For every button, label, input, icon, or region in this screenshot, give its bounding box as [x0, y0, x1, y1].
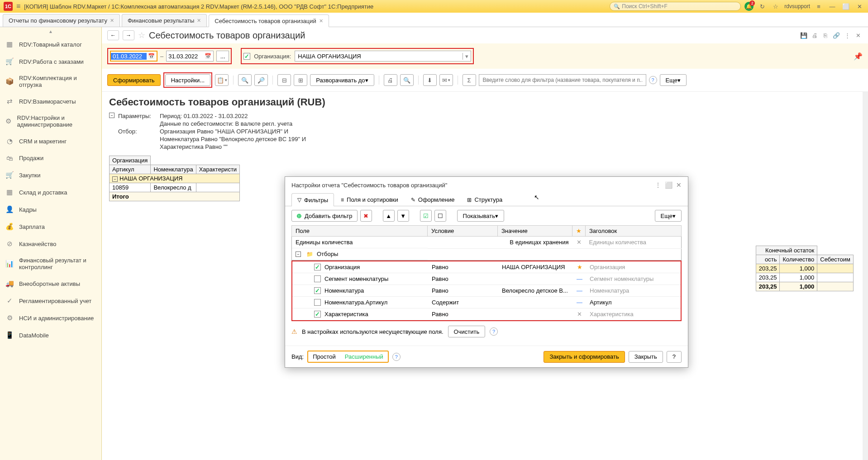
filter-checkbox[interactable] — [314, 275, 321, 282]
sidebar-item[interactable]: 🛍Продажи — [0, 150, 101, 166]
more-button[interactable]: Еще ▾ — [660, 74, 687, 86]
view-help-button[interactable]: ? — [392, 353, 401, 361]
tab-close-icon[interactable]: ✕ — [319, 18, 323, 24]
collapse-toggle[interactable]: − — [109, 113, 114, 118]
global-search[interactable]: Поиск Ctrl+Shift+F — [610, 2, 741, 11]
sidebar-item[interactable]: 🚚Внеоборотные активы — [0, 275, 101, 292]
dialog-maximize-icon[interactable]: ⬜ — [665, 181, 672, 189]
delete-filter-button[interactable]: ✖ — [360, 210, 372, 222]
sidebar-item[interactable]: ▦RDV:Товарный каталог — [0, 36, 101, 53]
expand-button[interactable]: ⊞ — [294, 74, 307, 86]
tab[interactable]: Себестоимость товаров организаций✕ — [209, 14, 329, 27]
tab-close-icon[interactable]: ✕ — [110, 18, 114, 24]
form-button[interactable]: Сформировать — [107, 74, 161, 86]
close-page-icon[interactable]: ✕ — [854, 31, 863, 40]
more-icon[interactable]: ⋮ — [843, 31, 852, 40]
period-picker-button[interactable]: ... — [216, 51, 229, 62]
save-icon[interactable]: 💾 — [799, 31, 808, 40]
find-next-button[interactable]: 🔎 — [254, 74, 268, 86]
sidebar-item[interactable]: ⊘Казначейство — [0, 235, 101, 252]
export-icon[interactable]: ⎘ — [821, 31, 830, 40]
favorite-star-icon[interactable]: ☆ — [138, 30, 145, 40]
check-all-button[interactable]: ☑ — [420, 210, 432, 222]
filter-input[interactable] — [479, 74, 646, 86]
tab[interactable]: Отчеты по финансовому результату✕ — [3, 14, 120, 27]
sum-button[interactable]: Σ — [463, 74, 476, 86]
star-icon[interactable]: ☆ — [771, 1, 781, 11]
filter-checkbox[interactable] — [314, 299, 321, 306]
sidebar-item[interactable]: 💰Зарплата — [0, 218, 101, 235]
clear-button[interactable]: Очистить — [448, 326, 486, 337]
dialog-menu-icon[interactable]: ⋮ — [655, 181, 661, 189]
dialog-help-button[interactable]: ? — [667, 351, 682, 363]
pin-icon[interactable]: 📌 — [854, 52, 863, 61]
maximize-icon[interactable]: ⬜ — [841, 1, 851, 11]
find-button[interactable]: 🔍 — [238, 74, 252, 86]
add-filter-button[interactable]: ⊕Добавить фильтр — [291, 210, 358, 222]
close-icon[interactable]: ✕ — [854, 1, 864, 11]
minimize-icon[interactable]: — — [827, 1, 837, 11]
view-toggle[interactable]: Простой Расширенный — [307, 351, 389, 363]
print-button[interactable]: 🖨 — [384, 74, 397, 86]
sidebar-item[interactable]: ✓Регламентированный учет — [0, 292, 101, 309]
history-icon[interactable]: ↻ — [757, 1, 767, 11]
filter-row[interactable]: Номенклатура Равно Велокресло детское B.… — [292, 285, 681, 297]
calendar-icon[interactable]: 📅 — [148, 53, 155, 59]
filter-row[interactable]: Сегмент номенклатуры Равно — Сегмент ном… — [292, 273, 681, 285]
sidebar-item[interactable]: 📦RDV:Комплектация и отгрузка — [0, 70, 101, 93]
dialog-more-button[interactable]: Еще ▾ — [655, 210, 682, 222]
dialog-close-icon[interactable]: ✕ — [676, 181, 682, 189]
dialog-tab[interactable]: ⊞Структура — [461, 193, 508, 206]
sidebar-item[interactable]: ⇄RDV:Взаиморасчеты — [0, 93, 101, 110]
date-to-input[interactable]: 📅 — [166, 51, 214, 62]
warn-help-button[interactable]: ? — [490, 327, 498, 336]
sidebar-item[interactable]: 📱DataMobile — [0, 327, 101, 344]
calendar-icon[interactable]: 📅 — [205, 53, 211, 59]
mail-button[interactable]: ✉ — [439, 74, 453, 86]
dialog-tab[interactable]: ✎Оформление — [405, 193, 461, 206]
filter-row[interactable]: Характеристика Равно ✕ Характеристика — [292, 308, 681, 320]
expand-to-button[interactable]: Разворачивать до ▾ — [310, 74, 374, 86]
tab[interactable]: Финансовые результаты✕ — [122, 14, 207, 27]
download-button[interactable]: ⬇ — [423, 74, 437, 86]
bell-icon[interactable]: 🔔 — [744, 2, 754, 11]
preview-button[interactable]: 🔍 — [400, 74, 414, 86]
sidebar-item[interactable]: ▦Склад и доставка — [0, 184, 101, 201]
user-label[interactable]: rdvsupport — [784, 3, 810, 9]
sidebar-item[interactable]: ◔CRM и маркетинг — [0, 133, 101, 150]
close-and-form-button[interactable]: Закрыть и сформировать — [544, 351, 625, 363]
dialog-tab[interactable]: ▽Фильтры — [291, 193, 334, 206]
move-up-button[interactable]: ▲ — [383, 210, 395, 222]
sidebar-item[interactable]: 📊Финансовый результат и контроллинг — [0, 252, 101, 275]
uncheck-all-button[interactable]: ☐ — [434, 210, 446, 222]
nav-back-button[interactable]: ← — [107, 30, 119, 40]
menu-icon[interactable]: ≡ — [814, 1, 824, 11]
filter-checkbox[interactable] — [314, 287, 321, 294]
help-button[interactable]: ? — [649, 76, 657, 84]
print-icon[interactable]: 🖨 — [810, 31, 819, 40]
org-checkbox[interactable] — [243, 53, 250, 60]
dropdown-icon[interactable]: ▾ — [463, 53, 471, 60]
burger-icon[interactable]: ≡ — [16, 2, 20, 10]
filter-checkbox[interactable] — [314, 264, 321, 270]
filter-row[interactable]: Организация Равно НАША ОРГАНИЗАЦИЯ ★ Орг… — [292, 261, 681, 273]
link-icon[interactable]: 🔗 — [832, 31, 841, 40]
sidebar-item[interactable]: 👤Кадры — [0, 201, 101, 218]
show-button[interactable]: Показывать ▾ — [457, 210, 504, 222]
org-select[interactable]: НАША ОРГАНИЗАЦИЯ ▾ — [295, 51, 471, 62]
sidebar-item[interactable]: ⚙НСИ и администрирование — [0, 309, 101, 327]
filter-checkbox[interactable] — [314, 311, 321, 318]
tab-close-icon[interactable]: ✕ — [197, 18, 201, 24]
nav-forward-button[interactable]: → — [123, 30, 134, 40]
collapse-button[interactable]: ⊟ — [277, 74, 291, 86]
sidebar-item[interactable]: 🛒RDV:Работа с заказами — [0, 53, 101, 70]
sidebar-collapse[interactable]: ▲ — [0, 27, 101, 36]
date-from-input[interactable]: 📅 — [110, 51, 157, 62]
dialog-tab[interactable]: ≡Поля и сортировки — [335, 193, 404, 206]
filter-row[interactable]: Номенклатура.Артикул Содержит — Артикул — [292, 297, 681, 308]
settings-button[interactable]: Настройки... — [165, 74, 211, 86]
sidebar-item[interactable]: 🛒Закупки — [0, 166, 101, 184]
close-dialog-button[interactable]: Закрыть — [629, 351, 663, 363]
settings-menu-button[interactable]: 📋 — [215, 74, 229, 86]
sidebar-item[interactable]: ⚙RDV:Настройки и администрирование — [0, 110, 101, 133]
